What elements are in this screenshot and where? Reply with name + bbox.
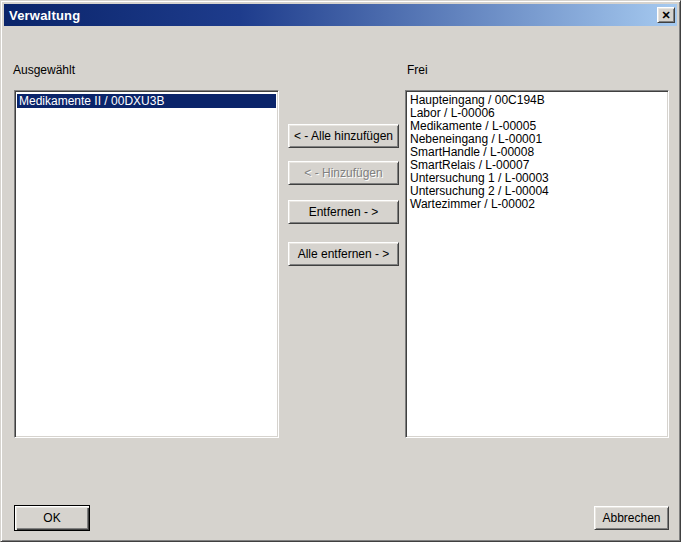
list-item[interactable]: Haupteingang / 00C194B xyxy=(408,94,666,107)
list-item[interactable]: Wartezimmer / L-00002 xyxy=(408,198,666,211)
list-item[interactable]: Labor / L-00006 xyxy=(408,107,666,120)
list-item[interactable]: SmartRelais / L-00007 xyxy=(408,159,666,172)
close-button[interactable]: ✕ xyxy=(657,7,675,23)
remove-button[interactable]: Entfernen - > xyxy=(288,200,399,224)
cancel-button[interactable]: Abbrechen xyxy=(594,506,669,530)
ausgewaehlt-listbox[interactable]: Medikamente II / 00DXU3B xyxy=(14,90,279,438)
list-item[interactable]: Untersuchung 1 / L-00003 xyxy=(408,172,666,185)
frei-listbox[interactable]: Haupteingang / 00C194B Labor / L-00006 M… xyxy=(405,90,669,438)
ausgewaehlt-label: Ausgewählt xyxy=(13,63,75,77)
list-item[interactable]: Untersuchung 2 / L-00004 xyxy=(408,185,666,198)
list-item[interactable]: Nebeneingang / L-00001 xyxy=(408,133,666,146)
list-item-selected[interactable]: Medikamente II / 00DXU3B xyxy=(17,94,276,108)
remove-all-button[interactable]: Alle entfernen - > xyxy=(288,242,399,266)
titlebar: Verwaltung ✕ xyxy=(4,4,677,26)
list-item[interactable]: Medikamente / L-00005 xyxy=(408,120,666,133)
list-item[interactable]: SmartHandle / L-00008 xyxy=(408,146,666,159)
frei-label: Frei xyxy=(407,63,428,77)
add-all-button[interactable]: < - Alle hinzufügen xyxy=(288,124,399,148)
ok-button[interactable]: OK xyxy=(14,505,90,531)
add-button[interactable]: < - Hinzufügen xyxy=(288,161,399,185)
window-title: Verwaltung xyxy=(9,8,80,23)
close-icon: ✕ xyxy=(661,9,670,20)
verwaltung-dialog: Verwaltung ✕ Ausgewählt Frei Medikamente… xyxy=(0,0,681,542)
